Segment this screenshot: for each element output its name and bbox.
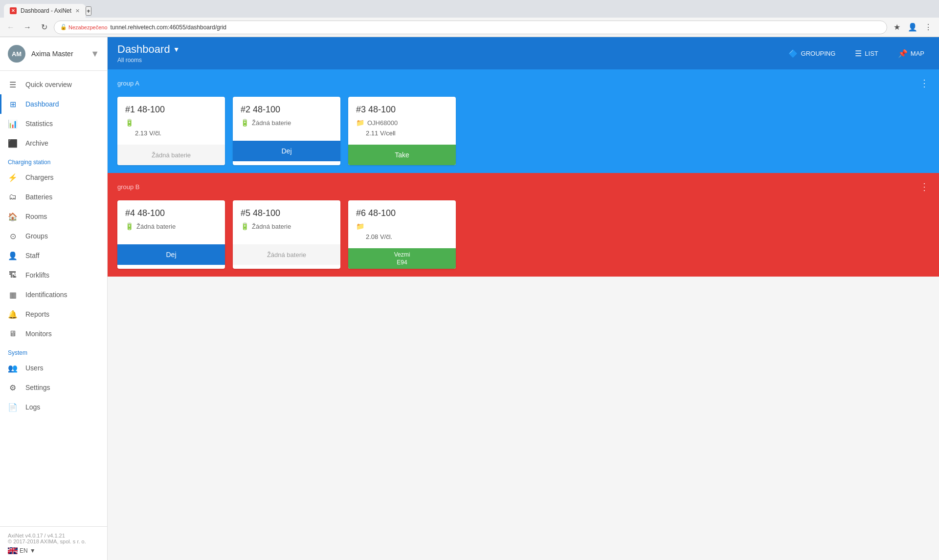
card-6-footer-main: Vezmi — [394, 251, 410, 258]
sidebar-item-settings[interactable]: ⚙ Settings — [0, 378, 107, 397]
card-6-footer-sub: E94 — [397, 259, 407, 266]
title-dropdown-arrow[interactable]: ▼ — [173, 45, 180, 53]
settings-label: Settings — [25, 384, 50, 391]
card-5-title: #5 48-100 — [241, 208, 333, 218]
identifications-label: Identifications — [25, 291, 67, 299]
quick-overview-label: Quick overview — [25, 81, 72, 88]
language-selector[interactable]: EN ▼ — [8, 547, 99, 554]
sidebar-item-users[interactable]: 👥 Users — [0, 358, 107, 378]
sidebar-item-logs[interactable]: 📄 Logs — [0, 397, 107, 417]
group-a-cards: #1 48-100 🔋 2.13 V/čl. Žádná baterie #2 … — [117, 97, 929, 165]
active-tab[interactable]: ✕ Dashboard - AxiNet ✕ — [4, 4, 86, 18]
card-4-battery-label: Žádná baterie — [136, 223, 176, 230]
staff-icon: 👤 — [8, 251, 18, 260]
map-label: MAP — [911, 50, 924, 57]
group-a-header: group A ⋮ — [117, 77, 929, 89]
back-button[interactable]: ← — [4, 21, 18, 34]
card-3: #3 48-100 📁 OJH68000 2.11 V/cell Take — [348, 97, 456, 165]
reports-label: Reports — [25, 310, 49, 318]
card-5-battery-icon: 🔋 — [241, 222, 249, 230]
svg-rect-8 — [8, 550, 18, 551]
grouping-icon: 🔷 — [788, 49, 798, 58]
address-bar[interactable]: 🔓 Nezabezpečeno tunnel.rehivetech.com:46… — [54, 21, 887, 34]
statistics-label: Statistics — [25, 120, 53, 128]
list-icon: ☰ — [855, 49, 862, 58]
card-2-body: #2 48-100 🔋 Žádná baterie — [233, 97, 340, 141]
group-a-section: group A ⋮ #1 48-100 🔋 2.13 V/čl. Žád — [108, 69, 939, 173]
forklifts-icon: 🏗 — [8, 270, 18, 280]
list-button[interactable]: ☰ LIST — [850, 46, 883, 61]
group-a-label: group A — [117, 80, 139, 87]
avatar: AM — [8, 45, 25, 63]
username-label: Axima Master — [31, 50, 73, 58]
grouping-button[interactable]: 🔷 GROUPING — [783, 46, 841, 61]
chargers-label: Chargers — [25, 173, 54, 181]
card-5-battery-row: 🔋 Žádná baterie — [241, 222, 333, 230]
card-6-body: #6 48-100 📁 2.08 V/čl. — [348, 200, 456, 248]
card-5: #5 48-100 🔋 Žádná baterie Žádná baterie — [233, 200, 340, 269]
card-1-title: #1 48-100 — [125, 105, 217, 115]
card-6-battery-icon: 📁 — [356, 222, 364, 230]
card-1-footer[interactable]: Žádná baterie — [117, 145, 225, 165]
card-4-body: #4 48-100 🔋 Žádná baterie — [117, 200, 225, 244]
user-menu-arrow[interactable]: ▼ — [90, 49, 99, 59]
group-a-menu[interactable]: ⋮ — [919, 77, 929, 89]
quick-overview-icon: ☰ — [8, 80, 18, 89]
new-tab-button[interactable]: + — [86, 6, 91, 16]
sidebar-item-reports[interactable]: 🔔 Reports — [0, 304, 107, 324]
sidebar-item-rooms[interactable]: 🏠 Rooms — [0, 207, 107, 226]
sidebar-item-monitors[interactable]: 🖥 Monitors — [0, 324, 107, 344]
profile-button[interactable]: 👤 — [906, 21, 919, 34]
card-4-footer[interactable]: Dej — [117, 244, 225, 265]
monitors-icon: 🖥 — [8, 329, 18, 339]
sidebar-item-archive[interactable]: ⬛ Archive — [0, 133, 107, 153]
map-button[interactable]: 📌 MAP — [893, 46, 929, 61]
sidebar-item-staff[interactable]: 👤 Staff — [0, 246, 107, 265]
card-5-body: #5 48-100 🔋 Žádná baterie — [233, 200, 340, 244]
sidebar-item-quick-overview[interactable]: ☰ Quick overview — [0, 75, 107, 94]
reload-button[interactable]: ↻ — [37, 21, 51, 34]
sidebar-item-forklifts[interactable]: 🏗 Forklifts — [0, 265, 107, 285]
logs-label: Logs — [25, 403, 40, 411]
sidebar-item-identifications[interactable]: ▦ Identifications — [0, 285, 107, 304]
card-6-footer[interactable]: Vezmi E94 — [348, 248, 456, 269]
page-subtitle: All rooms — [117, 57, 180, 64]
groups-label: Groups — [25, 232, 48, 240]
list-label: LIST — [865, 50, 878, 57]
settings-icon: ⚙ — [8, 383, 18, 392]
card-1: #1 48-100 🔋 2.13 V/čl. Žádná baterie — [117, 97, 225, 165]
lock-icon: 🔓 — [60, 24, 67, 30]
dashboard-label: Dashboard — [25, 100, 59, 108]
batteries-icon: 🗂 — [8, 192, 18, 202]
bookmark-button[interactable]: ★ — [890, 21, 904, 34]
sidebar: AM Axima Master ▼ ☰ Quick overview ⊞ Das… — [0, 37, 108, 560]
card-4-battery-icon: 🔋 — [125, 222, 134, 230]
card-3-title: #3 48-100 — [356, 105, 448, 115]
users-label: Users — [25, 364, 44, 372]
staff-label: Staff — [25, 252, 40, 259]
card-6-title: #6 48-100 — [356, 208, 448, 218]
content-area: group A ⋮ #1 48-100 🔋 2.13 V/čl. Žád — [108, 69, 939, 560]
tab-favicon: ✕ — [10, 7, 17, 14]
charging-station-section: Charging station — [0, 153, 107, 168]
sidebar-item-batteries[interactable]: 🗂 Batteries — [0, 187, 107, 207]
group-b-menu[interactable]: ⋮ — [919, 181, 929, 193]
reports-icon: 🔔 — [8, 309, 18, 319]
sidebar-item-dashboard[interactable]: ⊞ Dashboard — [0, 94, 107, 114]
card-5-footer[interactable]: Žádná baterie — [233, 244, 340, 265]
tab-bar: ✕ Dashboard - AxiNet ✕ + — [0, 0, 939, 18]
sidebar-item-groups[interactable]: ⊙ Groups — [0, 226, 107, 246]
grouping-label: GROUPING — [801, 50, 836, 57]
card-2-battery-row: 🔋 Žádná baterie — [241, 119, 333, 127]
card-3-footer[interactable]: Take — [348, 145, 456, 165]
tab-close-button[interactable]: ✕ — [75, 8, 80, 14]
card-2-footer[interactable]: Dej — [233, 141, 340, 161]
card-2-battery-icon: 🔋 — [241, 119, 249, 127]
menu-button[interactable]: ⋮ — [921, 21, 935, 34]
sidebar-item-chargers[interactable]: ⚡ Chargers — [0, 168, 107, 187]
lang-label: EN — [20, 547, 28, 554]
sidebar-item-statistics[interactable]: 📊 Statistics — [0, 114, 107, 133]
identifications-icon: ▦ — [8, 290, 18, 300]
logs-icon: 📄 — [8, 402, 18, 412]
forward-button[interactable]: → — [21, 21, 34, 34]
